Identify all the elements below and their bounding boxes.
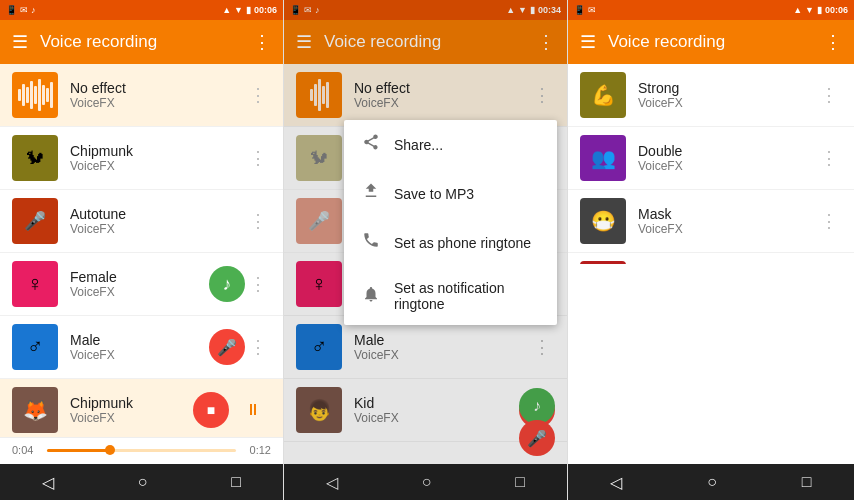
time-3: 00:06 bbox=[825, 5, 848, 15]
more-female[interactable]: ⋮ bbox=[245, 269, 271, 299]
list-3: 💪 Strong VoiceFX ⋮ 👥 Double VoiceFX ⋮ 😷 bbox=[568, 64, 854, 264]
phone-ringtone-label: Set as phone ringtone bbox=[394, 235, 531, 251]
more-male[interactable]: ⋮ bbox=[245, 332, 271, 362]
item-sub-no-effect: VoiceFX bbox=[70, 96, 245, 110]
nav-bar-3: ◁ ○ □ bbox=[568, 464, 854, 500]
item-text-female: Female VoiceFX bbox=[70, 269, 203, 299]
list-item-strong[interactable]: 💪 Strong VoiceFX ⋮ bbox=[568, 64, 854, 127]
home-btn-1[interactable]: ○ bbox=[114, 465, 172, 499]
recents-btn-1[interactable]: □ bbox=[207, 465, 265, 499]
list-item-female[interactable]: ♀ Female VoiceFX ♪ ⋮ bbox=[0, 253, 283, 316]
more-mask[interactable]: ⋮ bbox=[816, 206, 842, 236]
status-icons-left: 📱 ✉ ♪ bbox=[6, 5, 36, 15]
item-sub-mask: VoiceFX bbox=[638, 222, 816, 236]
list-item-chipmunk2[interactable]: 🦊 Chipmunk VoiceFX ■ ⏸ ⋮ bbox=[0, 379, 283, 437]
item-text-autotune: Autotune VoiceFX bbox=[70, 206, 245, 236]
more-no-effect[interactable]: ⋮ bbox=[245, 80, 271, 110]
phone-icon bbox=[362, 231, 380, 254]
menu-icon-3[interactable]: ☰ bbox=[580, 31, 596, 53]
item-sub-female: VoiceFX bbox=[70, 285, 203, 299]
signal-icon-3: ▲ bbox=[793, 5, 802, 15]
item-text-double: Double VoiceFX bbox=[638, 143, 816, 173]
nav-bar-1: ◁ ○ □ bbox=[0, 464, 283, 500]
overflow-menu-1[interactable]: ⋮ bbox=[253, 31, 271, 53]
wifi-icon: ▼ bbox=[234, 5, 243, 15]
signal-icon: ▲ bbox=[222, 5, 231, 15]
panel-3: 📱 ✉ ▲ ▼ ▮ 00:06 ☰ Voice recording ⋮ 💪 St… bbox=[568, 0, 854, 500]
seek-bar-1[interactable] bbox=[47, 449, 235, 452]
item-name-no-effect: No effect bbox=[70, 80, 245, 96]
more-autotune[interactable]: ⋮ bbox=[245, 206, 271, 236]
item-name-autotune: Autotune bbox=[70, 206, 245, 222]
time-1: 00:06 bbox=[254, 5, 277, 15]
notification-ringtone-label: Set as notification ringtone bbox=[394, 280, 539, 312]
play-button-female[interactable]: ♪ bbox=[209, 266, 245, 302]
fox-icon: 🦊 bbox=[23, 398, 48, 422]
female-icon: ♀ bbox=[27, 271, 44, 297]
panel-2: 📱 ✉ ♪ ▲ ▼ ▮ 00:34 ☰ Voice recording ⋮ bbox=[284, 0, 568, 500]
list-item-mask[interactable]: 😷 Mask VoiceFX ⋮ bbox=[568, 190, 854, 253]
share-icon bbox=[362, 133, 380, 156]
list-item-chipmunk[interactable]: 🐿 Chipmunk VoiceFX ⋮ bbox=[0, 127, 283, 190]
pause-button-chipmunk2[interactable]: ⏸ bbox=[235, 392, 271, 428]
time-start-1: 0:04 bbox=[12, 444, 33, 456]
share-label: Share... bbox=[394, 137, 443, 153]
item-name-mask: Mask bbox=[638, 206, 816, 222]
context-menu-notification-ringtone[interactable]: Set as notification ringtone bbox=[344, 267, 557, 325]
item-sub-strong: VoiceFX bbox=[638, 96, 816, 110]
male-icon: ♂ bbox=[27, 334, 44, 360]
status-icons-left-3: 📱 ✉ bbox=[574, 5, 596, 15]
thumb-male: ♂ bbox=[12, 324, 58, 370]
status-right-3: ▲ ▼ ▮ 00:06 bbox=[793, 5, 848, 15]
autotune-icon: 🎤 bbox=[24, 210, 46, 232]
item-sub-chipmunk: VoiceFX bbox=[70, 159, 245, 173]
more-strong[interactable]: ⋮ bbox=[816, 80, 842, 110]
recents-btn-3[interactable]: □ bbox=[778, 465, 836, 499]
overflow-menu-3[interactable]: ⋮ bbox=[824, 31, 842, 53]
chipmunk-icon: 🐿 bbox=[26, 148, 44, 169]
item-sub-double: VoiceFX bbox=[638, 159, 816, 173]
mic-button-male[interactable]: 🎤 bbox=[209, 329, 245, 365]
item-text-strong: Strong VoiceFX bbox=[638, 80, 816, 110]
menu-icon-1[interactable]: ☰ bbox=[12, 31, 28, 53]
list-item-double[interactable]: 👥 Double VoiceFX ⋮ bbox=[568, 127, 854, 190]
context-menu-save-mp3[interactable]: Save to MP3 bbox=[344, 169, 557, 218]
item-name-chipmunk: Chipmunk bbox=[70, 143, 245, 159]
more-double[interactable]: ⋮ bbox=[816, 143, 842, 173]
context-menu-share[interactable]: Share... bbox=[344, 120, 557, 169]
toolbar-title-3: Voice recording bbox=[608, 32, 812, 52]
more-chipmunk[interactable]: ⋮ bbox=[245, 143, 271, 173]
notif-icon: ✉ bbox=[20, 5, 28, 15]
double-icon: 👥 bbox=[591, 146, 616, 170]
mask-icon: 😷 bbox=[591, 209, 616, 233]
list-item-no-effect[interactable]: No effect VoiceFX ⋮ bbox=[0, 64, 283, 127]
item-name-male: Male bbox=[70, 332, 203, 348]
item-text-male: Male VoiceFX bbox=[70, 332, 203, 362]
thumb-autotune: 🎤 bbox=[12, 198, 58, 244]
thumb-strong: 💪 bbox=[580, 72, 626, 118]
context-menu-phone-ringtone[interactable]: Set as phone ringtone bbox=[344, 218, 557, 267]
thumb-chipmunk2: 🦊 bbox=[12, 387, 58, 433]
list-item-drunk[interactable]: 🍻 Drunk VoiceFX ⋮ bbox=[568, 253, 854, 264]
playback-controls-1: 0:04 0:12 bbox=[12, 444, 271, 456]
save-icon bbox=[362, 182, 380, 205]
status-bar-1: 📱 ✉ ♪ ▲ ▼ ▮ 00:06 bbox=[0, 0, 283, 20]
status-bar-3: 📱 ✉ ▲ ▼ ▮ 00:06 bbox=[568, 0, 854, 20]
battery-icon: ▮ bbox=[246, 5, 251, 15]
status-right-1: ▲ ▼ ▮ 00:06 bbox=[222, 5, 277, 15]
home-btn-3[interactable]: ○ bbox=[683, 465, 741, 499]
list-item-autotune[interactable]: 🎤 Autotune VoiceFX ⋮ bbox=[0, 190, 283, 253]
notif-icon-3: ✉ bbox=[588, 5, 596, 15]
seek-thumb-1 bbox=[105, 445, 115, 455]
thumb-double: 👥 bbox=[580, 135, 626, 181]
back-btn-1[interactable]: ◁ bbox=[18, 465, 78, 500]
back-btn-3[interactable]: ◁ bbox=[586, 465, 646, 500]
toolbar-title-1: Voice recording bbox=[40, 32, 241, 52]
stop-button-chipmunk2[interactable]: ■ bbox=[193, 392, 229, 428]
list-item-male[interactable]: ♂ Male VoiceFX 🎤 ⋮ bbox=[0, 316, 283, 379]
thumb-no-effect bbox=[12, 72, 58, 118]
seek-fill-1 bbox=[47, 449, 109, 452]
context-menu-overlay[interactable]: Share... Save to MP3 Set as phone ringto… bbox=[284, 0, 567, 500]
sim-icon: 📱 bbox=[6, 5, 17, 15]
item-sub-chipmunk2: VoiceFX bbox=[70, 411, 187, 425]
